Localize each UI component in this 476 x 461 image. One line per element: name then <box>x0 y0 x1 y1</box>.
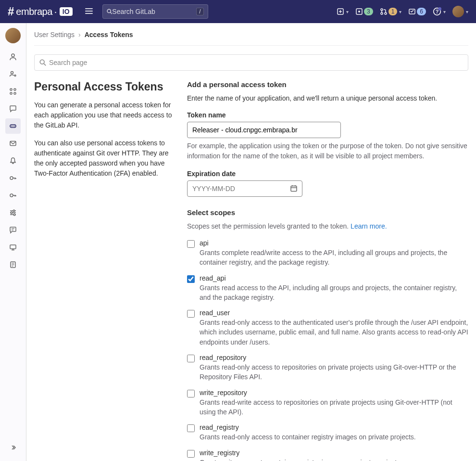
global-search-input[interactable] <box>112 8 196 15</box>
todos-link[interactable]: 6 <box>408 8 426 15</box>
sidebar-avatar[interactable] <box>5 28 21 43</box>
hamburger-icon[interactable] <box>85 7 93 16</box>
svg-point-30 <box>10 194 13 197</box>
issues-link[interactable]: 3 <box>355 8 373 15</box>
sidebar-item-applications[interactable] <box>5 84 21 99</box>
svg-point-34 <box>11 212 13 214</box>
svg-point-27 <box>14 126 15 127</box>
scope-checkbox-read_api[interactable] <box>187 275 195 283</box>
scope-read_registry: read_registryGrants read-only access to … <box>187 423 468 442</box>
help-menu[interactable]: ? ▾ <box>433 7 446 16</box>
scope-checkbox-read_repository[interactable] <box>187 355 195 362</box>
main-content: User Settings › Access Tokens Personal A… <box>26 23 476 461</box>
topbar-right: ▾ 3 1 ▾ 6 ? ▾ ▾ <box>337 6 468 17</box>
scopes-title: Select scopes <box>187 208 468 217</box>
sidebar-item-comment-templates[interactable] <box>5 222 21 238</box>
page-title: Personal Access Tokens <box>34 80 174 93</box>
sidebar-collapse[interactable] <box>5 440 21 455</box>
search-icon <box>39 59 46 66</box>
add-token-title: Add a personal access token <box>187 80 468 89</box>
sidebar-item-gpg-keys[interactable] <box>5 188 21 203</box>
breadcrumb: User Settings › Access Tokens <box>34 31 468 46</box>
scopes-list: apiGrants complete read/write access to … <box>187 239 468 461</box>
token-name-help: For example, the application using the t… <box>187 141 468 161</box>
avatar <box>452 6 464 17</box>
token-name-input[interactable] <box>187 122 341 138</box>
svg-point-29 <box>10 177 13 179</box>
scope-checkbox-read_user[interactable] <box>187 310 195 318</box>
form-column: Add a personal access token Enter the na… <box>187 80 468 461</box>
svg-point-25 <box>11 126 12 127</box>
merge-requests-menu[interactable]: 1 ▾ <box>380 8 402 15</box>
svg-point-10 <box>381 9 383 11</box>
page-description-2: You can also use personal access tokens … <box>34 138 174 179</box>
sidebar-item-account[interactable] <box>5 66 21 82</box>
chevron-down-icon: ▾ <box>346 9 349 14</box>
left-column: Personal Access Tokens You can generate … <box>34 80 174 461</box>
sidebar-item-active-sessions[interactable] <box>5 240 21 255</box>
issue-icon <box>355 8 363 15</box>
token-name-label: Token name <box>187 111 468 119</box>
sidebar-item-preferences[interactable] <box>5 205 21 220</box>
logo[interactable]: # embrapa · IO <box>8 5 73 18</box>
sidebar-item-profile[interactable] <box>5 49 21 64</box>
new-menu[interactable]: ▾ <box>337 8 349 15</box>
scope-checkbox-write_registry[interactable] <box>187 450 195 458</box>
sidebar-item-notifications[interactable] <box>5 153 21 168</box>
scope-checkbox-write_repository[interactable] <box>187 390 195 397</box>
topbar: # embrapa · IO / ▾ 3 1 ▾ 6 ? ▾ <box>0 0 476 23</box>
scope-read_api: read_apiGrants read access to the API, i… <box>187 274 468 303</box>
expiration-label: Expiration date <box>187 170 468 178</box>
logo-hash: # <box>8 5 14 18</box>
sidebar <box>0 23 26 461</box>
breadcrumb-parent[interactable]: User Settings <box>34 31 75 38</box>
scope-desc: Grants write access to container registr… <box>200 458 468 461</box>
learn-more-link[interactable]: Learn more. <box>351 222 387 230</box>
scope-name: write_registry <box>200 449 468 457</box>
scope-name: read_registry <box>200 423 468 431</box>
page-description-1: You can generate a personal access token… <box>34 100 174 130</box>
sidebar-item-ssh-keys[interactable] <box>5 170 21 186</box>
svg-text:?: ? <box>436 9 438 14</box>
svg-point-20 <box>10 89 12 90</box>
scope-name: read_api <box>200 274 468 282</box>
sidebar-item-emails[interactable] <box>5 136 21 151</box>
scope-checkbox-read_registry[interactable] <box>187 424 195 432</box>
scope-api: apiGrants complete read/write access to … <box>187 239 468 268</box>
svg-point-11 <box>381 13 383 14</box>
scope-desc: Grants read-only access to repositories … <box>200 362 468 382</box>
global-search[interactable]: / <box>102 4 208 19</box>
breadcrumb-current: Access Tokens <box>85 31 133 38</box>
todo-icon <box>408 8 416 15</box>
scope-desc: Grants read-only access to the authentic… <box>200 318 468 347</box>
sidebar-item-authentication-log[interactable] <box>5 257 21 272</box>
scope-desc: Grants read-only access to container reg… <box>200 432 468 442</box>
search-icon <box>107 8 113 15</box>
page-search[interactable] <box>34 54 468 71</box>
svg-line-4 <box>110 13 112 14</box>
sidebar-item-chat[interactable] <box>5 101 21 116</box>
svg-point-18 <box>11 72 13 74</box>
help-icon: ? <box>433 7 441 16</box>
scope-checkbox-api[interactable] <box>187 240 195 248</box>
expiration-input[interactable] <box>187 180 302 197</box>
add-token-desc: Enter the name of your application, and … <box>187 93 468 103</box>
search-shortcut: / <box>196 8 203 15</box>
svg-point-12 <box>385 13 387 14</box>
page-search-input[interactable] <box>49 59 463 66</box>
svg-rect-1 <box>85 11 93 12</box>
scope-name: read_user <box>200 309 468 317</box>
todos-badge: 6 <box>417 8 426 15</box>
scope-read_repository: read_repositoryGrants read-only access t… <box>187 354 468 382</box>
svg-point-23 <box>14 92 16 94</box>
mr-badge: 1 <box>388 8 398 15</box>
svg-point-32 <box>13 210 15 212</box>
logo-text: embrapa <box>16 6 52 17</box>
scopes-desc: Scopes set the permission levels granted… <box>187 221 468 231</box>
svg-line-47 <box>44 64 46 65</box>
scope-write_registry: write_registryGrants write access to con… <box>187 449 468 461</box>
scope-name: read_repository <box>200 354 468 361</box>
sidebar-item-access-tokens[interactable] <box>5 118 21 134</box>
chevron-right-icon: › <box>78 31 81 38</box>
user-menu[interactable]: ▾ <box>452 6 468 17</box>
